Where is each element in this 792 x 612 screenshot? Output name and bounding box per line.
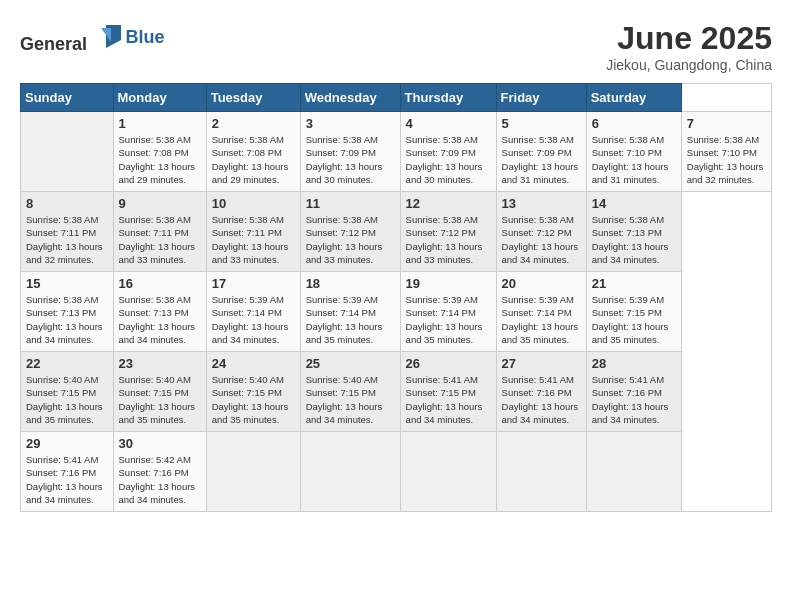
- calendar-cell: 9Sunrise: 5:38 AMSunset: 7:11 PMDaylight…: [113, 192, 206, 272]
- day-number: 26: [406, 356, 491, 371]
- day-info: Sunrise: 5:39 AMSunset: 7:14 PMDaylight:…: [306, 293, 395, 346]
- header-cell-sunday: Sunday: [21, 84, 114, 112]
- day-info: Sunrise: 5:41 AMSunset: 7:16 PMDaylight:…: [502, 373, 581, 426]
- logo-blue: Blue: [126, 27, 165, 47]
- day-number: 12: [406, 196, 491, 211]
- day-number: 22: [26, 356, 108, 371]
- day-info: Sunrise: 5:38 AMSunset: 7:08 PMDaylight:…: [119, 133, 201, 186]
- day-info: Sunrise: 5:39 AMSunset: 7:14 PMDaylight:…: [406, 293, 491, 346]
- calendar-cell: [206, 432, 300, 512]
- calendar-cell: [400, 432, 496, 512]
- calendar-cell: 2Sunrise: 5:38 AMSunset: 7:08 PMDaylight…: [206, 112, 300, 192]
- day-number: 21: [592, 276, 676, 291]
- calendar-cell: 25Sunrise: 5:40 AMSunset: 7:15 PMDayligh…: [300, 352, 400, 432]
- logo-general: General: [20, 34, 87, 54]
- calendar-cell: 20Sunrise: 5:39 AMSunset: 7:14 PMDayligh…: [496, 272, 586, 352]
- day-info: Sunrise: 5:38 AMSunset: 7:12 PMDaylight:…: [502, 213, 581, 266]
- title-area: June 2025 Jiekou, Guangdong, China: [606, 20, 772, 73]
- day-number: 11: [306, 196, 395, 211]
- calendar-cell: 22Sunrise: 5:40 AMSunset: 7:15 PMDayligh…: [21, 352, 114, 432]
- day-info: Sunrise: 5:39 AMSunset: 7:14 PMDaylight:…: [502, 293, 581, 346]
- calendar-cell: 7Sunrise: 5:38 AMSunset: 7:10 PMDaylight…: [681, 112, 771, 192]
- calendar-cell: 23Sunrise: 5:40 AMSunset: 7:15 PMDayligh…: [113, 352, 206, 432]
- day-info: Sunrise: 5:38 AMSunset: 7:13 PMDaylight:…: [119, 293, 201, 346]
- calendar-week-2: 15Sunrise: 5:38 AMSunset: 7:13 PMDayligh…: [21, 272, 772, 352]
- calendar-cell: 10Sunrise: 5:38 AMSunset: 7:11 PMDayligh…: [206, 192, 300, 272]
- calendar-header-row: SundayMondayTuesdayWednesdayThursdayFrid…: [21, 84, 772, 112]
- day-info: Sunrise: 5:40 AMSunset: 7:15 PMDaylight:…: [306, 373, 395, 426]
- day-info: Sunrise: 5:39 AMSunset: 7:14 PMDaylight:…: [212, 293, 295, 346]
- calendar-cell: 12Sunrise: 5:38 AMSunset: 7:12 PMDayligh…: [400, 192, 496, 272]
- day-info: Sunrise: 5:40 AMSunset: 7:15 PMDaylight:…: [212, 373, 295, 426]
- day-number: 29: [26, 436, 108, 451]
- day-number: 3: [306, 116, 395, 131]
- day-number: 28: [592, 356, 676, 371]
- day-info: Sunrise: 5:38 AMSunset: 7:12 PMDaylight:…: [406, 213, 491, 266]
- day-number: 24: [212, 356, 295, 371]
- day-number: 10: [212, 196, 295, 211]
- calendar-cell: [21, 112, 114, 192]
- calendar-cell: 15Sunrise: 5:38 AMSunset: 7:13 PMDayligh…: [21, 272, 114, 352]
- calendar-cell: [586, 432, 681, 512]
- day-number: 13: [502, 196, 581, 211]
- calendar-cell: 5Sunrise: 5:38 AMSunset: 7:09 PMDaylight…: [496, 112, 586, 192]
- header-cell-friday: Friday: [496, 84, 586, 112]
- day-info: Sunrise: 5:40 AMSunset: 7:15 PMDaylight:…: [26, 373, 108, 426]
- day-info: Sunrise: 5:41 AMSunset: 7:15 PMDaylight:…: [406, 373, 491, 426]
- header-cell-thursday: Thursday: [400, 84, 496, 112]
- day-info: Sunrise: 5:38 AMSunset: 7:13 PMDaylight:…: [592, 213, 676, 266]
- calendar-week-0: 1Sunrise: 5:38 AMSunset: 7:08 PMDaylight…: [21, 112, 772, 192]
- logo-icon: [96, 20, 126, 50]
- day-info: Sunrise: 5:38 AMSunset: 7:12 PMDaylight:…: [306, 213, 395, 266]
- day-number: 30: [119, 436, 201, 451]
- calendar-cell: 28Sunrise: 5:41 AMSunset: 7:16 PMDayligh…: [586, 352, 681, 432]
- calendar-cell: 6Sunrise: 5:38 AMSunset: 7:10 PMDaylight…: [586, 112, 681, 192]
- day-number: 25: [306, 356, 395, 371]
- day-info: Sunrise: 5:38 AMSunset: 7:10 PMDaylight:…: [592, 133, 676, 186]
- calendar-week-4: 29Sunrise: 5:41 AMSunset: 7:16 PMDayligh…: [21, 432, 772, 512]
- calendar-cell: 30Sunrise: 5:42 AMSunset: 7:16 PMDayligh…: [113, 432, 206, 512]
- calendar-cell: 17Sunrise: 5:39 AMSunset: 7:14 PMDayligh…: [206, 272, 300, 352]
- calendar-cell: 16Sunrise: 5:38 AMSunset: 7:13 PMDayligh…: [113, 272, 206, 352]
- day-number: 19: [406, 276, 491, 291]
- day-info: Sunrise: 5:38 AMSunset: 7:09 PMDaylight:…: [306, 133, 395, 186]
- day-number: 15: [26, 276, 108, 291]
- day-info: Sunrise: 5:38 AMSunset: 7:11 PMDaylight:…: [119, 213, 201, 266]
- day-number: 1: [119, 116, 201, 131]
- day-info: Sunrise: 5:38 AMSunset: 7:11 PMDaylight:…: [26, 213, 108, 266]
- calendar-cell: 3Sunrise: 5:38 AMSunset: 7:09 PMDaylight…: [300, 112, 400, 192]
- day-number: 14: [592, 196, 676, 211]
- day-number: 6: [592, 116, 676, 131]
- day-info: Sunrise: 5:38 AMSunset: 7:08 PMDaylight:…: [212, 133, 295, 186]
- day-number: 2: [212, 116, 295, 131]
- day-number: 9: [119, 196, 201, 211]
- day-number: 20: [502, 276, 581, 291]
- calendar-cell: 8Sunrise: 5:38 AMSunset: 7:11 PMDaylight…: [21, 192, 114, 272]
- calendar-cell: 18Sunrise: 5:39 AMSunset: 7:14 PMDayligh…: [300, 272, 400, 352]
- calendar-cell: 21Sunrise: 5:39 AMSunset: 7:15 PMDayligh…: [586, 272, 681, 352]
- day-number: 4: [406, 116, 491, 131]
- calendar-cell: 24Sunrise: 5:40 AMSunset: 7:15 PMDayligh…: [206, 352, 300, 432]
- day-info: Sunrise: 5:38 AMSunset: 7:09 PMDaylight:…: [406, 133, 491, 186]
- calendar-week-3: 22Sunrise: 5:40 AMSunset: 7:15 PMDayligh…: [21, 352, 772, 432]
- calendar-body: 1Sunrise: 5:38 AMSunset: 7:08 PMDaylight…: [21, 112, 772, 512]
- header-cell-wednesday: Wednesday: [300, 84, 400, 112]
- calendar-cell: 11Sunrise: 5:38 AMSunset: 7:12 PMDayligh…: [300, 192, 400, 272]
- calendar-cell: 29Sunrise: 5:41 AMSunset: 7:16 PMDayligh…: [21, 432, 114, 512]
- location-subtitle: Jiekou, Guangdong, China: [606, 57, 772, 73]
- day-info: Sunrise: 5:42 AMSunset: 7:16 PMDaylight:…: [119, 453, 201, 506]
- calendar-cell: 1Sunrise: 5:38 AMSunset: 7:08 PMDaylight…: [113, 112, 206, 192]
- calendar-cell: [300, 432, 400, 512]
- calendar-cell: 13Sunrise: 5:38 AMSunset: 7:12 PMDayligh…: [496, 192, 586, 272]
- calendar-cell: 19Sunrise: 5:39 AMSunset: 7:14 PMDayligh…: [400, 272, 496, 352]
- month-title: June 2025: [606, 20, 772, 57]
- day-info: Sunrise: 5:38 AMSunset: 7:09 PMDaylight:…: [502, 133, 581, 186]
- calendar-cell: 26Sunrise: 5:41 AMSunset: 7:15 PMDayligh…: [400, 352, 496, 432]
- day-number: 16: [119, 276, 201, 291]
- header-cell-saturday: Saturday: [586, 84, 681, 112]
- header-cell-tuesday: Tuesday: [206, 84, 300, 112]
- header: General Blue June 2025 Jiekou, Guangdong…: [20, 20, 772, 73]
- day-info: Sunrise: 5:38 AMSunset: 7:10 PMDaylight:…: [687, 133, 766, 186]
- day-info: Sunrise: 5:40 AMSunset: 7:15 PMDaylight:…: [119, 373, 201, 426]
- day-info: Sunrise: 5:41 AMSunset: 7:16 PMDaylight:…: [26, 453, 108, 506]
